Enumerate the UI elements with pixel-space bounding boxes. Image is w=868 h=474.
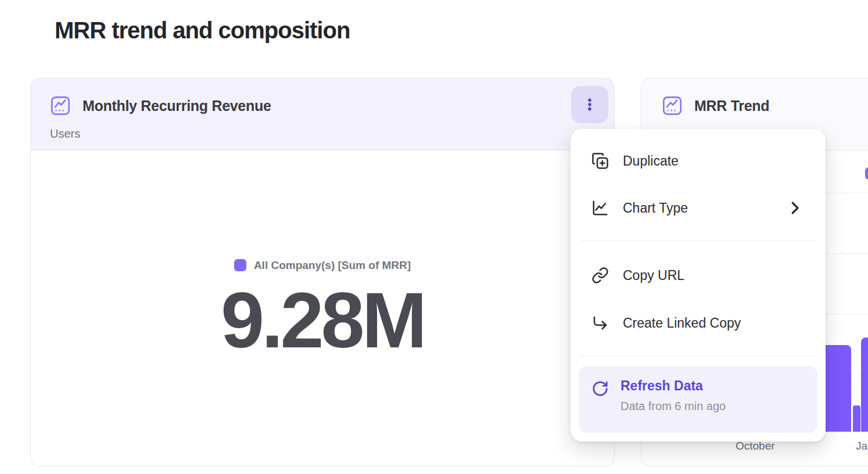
mrr-kpi-body: All Company(s) [Sum of MRR] 9.28M [31,151,614,467]
bar [861,337,868,432]
mrr-card-header: Monthly Recurring Revenue Users [31,78,614,150]
mrr-card-title: Monthly Recurring Revenue [83,98,271,114]
menu-item-label: Duplicate [623,153,679,169]
link-icon [591,267,609,284]
dashboard-page: MRR trend and composition Monthly Recurr… [0,0,868,474]
refresh-icon [591,380,609,397]
menu-item-duplicate[interactable]: Duplicate [571,138,826,184]
menu-item-chart-type[interactable]: Chart Type [571,185,826,231]
legend-swatch [234,259,246,271]
trend-card-title: MRR Trend [694,98,769,114]
mrr-legend: All Company(s) [Sum of MRR] [234,259,411,272]
chart-card-icon [662,95,683,116]
mrr-kpi-value: 9.28M [221,281,424,360]
duplicate-icon [591,152,609,170]
bar [853,405,860,432]
menu-item-label: Chart Type [623,200,688,216]
menu-item-label: Create Linked Copy [623,315,741,331]
corner-down-right-icon [591,314,609,332]
menu-divider [580,356,816,356]
chart-type-icon [591,199,609,217]
chart-card-icon [50,95,71,116]
legend-label: All Company(s) [Sum of MRR] [254,259,411,272]
refresh-timestamp: Data from 6 min ago [620,400,726,413]
menu-item-refresh-data[interactable]: Refresh Data Data from 6 min ago [579,366,817,433]
menu-item-label: Copy URL [623,268,684,283]
menu-item-copy-url[interactable]: Copy URL [571,252,826,299]
kebab-menu-button[interactable] [571,86,608,123]
mrr-card-subtitle: Users [50,127,80,141]
menu-divider [580,240,816,241]
chevron-right-icon [786,199,804,217]
card-context-menu: Duplicate Chart Type Copy URL [571,129,826,441]
page-title: MRR trend and composition [55,17,350,44]
refresh-label: Refresh Data [620,378,703,394]
legend-swatch [865,167,868,179]
kebab-icon [582,97,597,112]
x-axis-label-january: Ja [856,440,867,453]
mrr-card: Monthly Recurring Revenue Users All Comp… [30,78,615,466]
menu-item-create-linked-copy[interactable]: Create Linked Copy [571,300,826,346]
x-axis-label-october: October [736,440,775,453]
